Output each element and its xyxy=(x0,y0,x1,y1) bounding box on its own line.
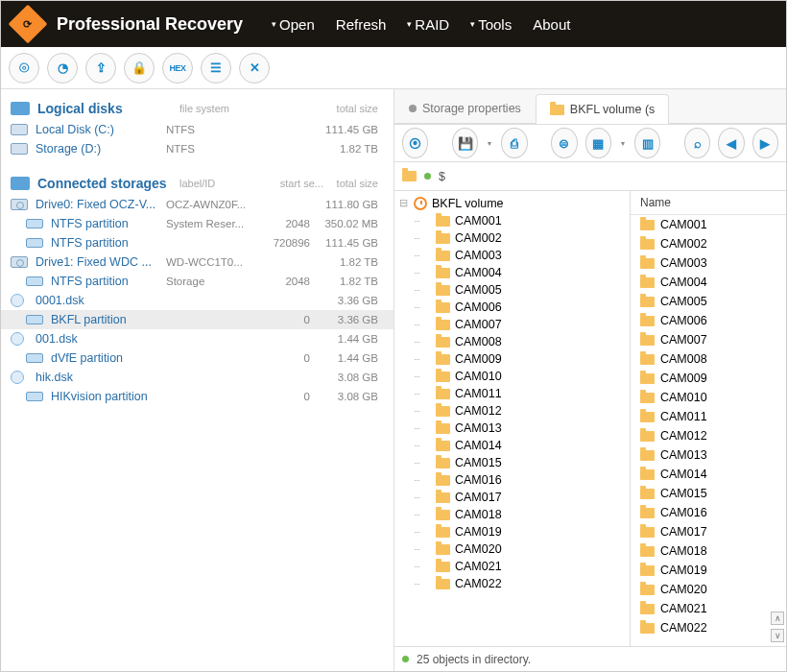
breadcrumb[interactable]: $ xyxy=(394,162,786,191)
scroll-up-icon[interactable]: ∧ xyxy=(771,612,784,625)
storage-row[interactable]: Drive1: Fixed WDC ...WD-WCC1T0...1.82 TB xyxy=(1,252,394,272)
tree-item[interactable]: ····CAM005 xyxy=(394,281,630,299)
filter-icon[interactable]: ⊜ xyxy=(551,128,577,158)
menu-about[interactable]: About xyxy=(533,16,570,33)
storage-row[interactable]: Drive0: Fixed OCZ-V...OCZ-AWNZ0F...111.8… xyxy=(1,195,394,214)
list-item[interactable]: CAM015 xyxy=(631,484,786,503)
tree-item[interactable]: ····CAM001 xyxy=(394,212,630,229)
list-item[interactable]: CAM009 xyxy=(631,369,786,388)
list-item[interactable]: CAM007 xyxy=(631,330,786,349)
storage-row[interactable]: HIKvision partition03.08 GB xyxy=(1,387,394,406)
storage-row[interactable]: Storage (D:)NTFS1.82 TB xyxy=(1,139,394,158)
tree-item[interactable]: ····CAM022 xyxy=(394,575,630,592)
tree-item[interactable]: ····CAM008 xyxy=(394,333,630,350)
tree-item[interactable]: ····CAM009 xyxy=(394,350,630,368)
tree-item[interactable]: ····CAM015 xyxy=(394,454,630,471)
part-icon xyxy=(26,276,43,286)
search-icon[interactable]: ⦿ xyxy=(402,128,428,158)
columns-icon[interactable]: ▥ xyxy=(634,128,660,158)
list-item[interactable]: CAM017 xyxy=(631,522,786,541)
tree-item[interactable]: ····CAM002 xyxy=(394,229,630,247)
export-icon[interactable]: ⇪ xyxy=(85,53,116,84)
tree-item[interactable]: ····CAM004 xyxy=(394,264,630,281)
lock-icon[interactable]: 🔒 xyxy=(124,53,155,84)
storage-row[interactable]: BKFL partition03.36 GB xyxy=(1,310,394,329)
storage-tree-pane: Logical disksfile systemtotal sizeLocal … xyxy=(1,89,394,671)
tree-item[interactable]: ····CAM003 xyxy=(394,247,630,264)
forward-icon[interactable]: ▶ xyxy=(752,128,778,158)
save-all-icon[interactable]: ⎙ xyxy=(501,128,527,158)
folder-icon xyxy=(436,492,450,503)
tree-item[interactable]: ····CAM010 xyxy=(394,368,630,385)
tree-item[interactable]: ····CAM020 xyxy=(394,540,630,558)
save-icon[interactable]: 💾 xyxy=(452,128,478,158)
storage-row[interactable]: hik.dsk3.08 GB xyxy=(1,368,394,387)
list-item[interactable]: CAM006 xyxy=(631,311,786,330)
tree-item[interactable]: ····CAM018 xyxy=(394,506,630,523)
list-item[interactable]: CAM011 xyxy=(631,407,786,426)
list-item[interactable]: CAM002 xyxy=(631,234,786,253)
storage-row[interactable]: 001.dsk1.44 GB xyxy=(1,329,394,348)
storage-row[interactable]: dVfE partition01.44 GB xyxy=(1,348,394,368)
list-item[interactable]: CAM016 xyxy=(631,503,786,522)
list-item[interactable]: CAM021 xyxy=(631,599,786,618)
list-item[interactable]: CAM001 xyxy=(631,215,786,234)
menu-raid[interactable]: ▾RAID xyxy=(407,16,449,33)
tree-item[interactable]: ····CAM012 xyxy=(394,402,630,420)
status-bar: 25 objects in directory. xyxy=(394,646,786,671)
storage-row[interactable]: NTFS partitionSystem Reser...2048350.02 … xyxy=(1,214,394,233)
back-icon[interactable]: ◀ xyxy=(718,128,744,158)
list-item[interactable]: CAM008 xyxy=(631,349,786,369)
tree-item[interactable]: ····CAM014 xyxy=(394,437,630,454)
scroll-down-icon[interactable]: ∨ xyxy=(771,629,784,642)
chart-icon[interactable]: ◔ xyxy=(47,53,78,84)
list-item[interactable]: CAM005 xyxy=(631,292,786,311)
file-icon xyxy=(11,332,24,346)
chevron-down-icon[interactable]: ▾ xyxy=(486,139,493,148)
tab[interactable]: BKFL volume (s xyxy=(536,94,669,124)
scan-icon[interactable]: ⦾ xyxy=(9,53,39,84)
part-icon xyxy=(26,353,43,363)
tree-item[interactable]: ····CAM016 xyxy=(394,471,630,489)
breadcrumb-root: $ xyxy=(439,170,445,183)
folder-icon xyxy=(436,423,450,434)
storage-row[interactable]: NTFS partition720896111.45 GB xyxy=(1,233,394,252)
column-header[interactable]: Name xyxy=(631,191,786,215)
list-item[interactable]: CAM014 xyxy=(631,465,786,484)
tree-item[interactable]: ····CAM017 xyxy=(394,489,630,506)
tree-item[interactable]: ····CAM013 xyxy=(394,420,630,437)
tree-item[interactable]: ····CAM019 xyxy=(394,523,630,540)
list-item[interactable]: CAM019 xyxy=(631,561,786,580)
list-item[interactable]: CAM010 xyxy=(631,388,786,407)
list-item[interactable]: CAM012 xyxy=(631,426,786,445)
list-icon[interactable]: ☰ xyxy=(201,53,231,84)
storage-row[interactable]: 0001.dsk3.36 GB xyxy=(1,291,394,310)
list-item[interactable]: CAM022 xyxy=(631,618,786,637)
list-item[interactable]: CAM018 xyxy=(631,541,786,561)
folder-icon xyxy=(640,297,655,307)
menu-open[interactable]: ▾Open xyxy=(272,16,315,33)
tree-item[interactable]: ····CAM006 xyxy=(394,299,630,316)
tree-item[interactable]: ····CAM011 xyxy=(394,385,630,402)
list-item[interactable]: CAM020 xyxy=(631,580,786,599)
folder-icon xyxy=(640,258,655,269)
chevron-down-icon[interactable]: ▾ xyxy=(619,139,627,148)
list-item[interactable]: CAM013 xyxy=(631,445,786,465)
collapse-icon[interactable]: ⊟ xyxy=(398,199,409,209)
folder-icon xyxy=(640,585,655,595)
tree-item[interactable]: ····CAM007 xyxy=(394,316,630,333)
hex-icon[interactable]: HEX xyxy=(162,53,193,84)
menu-refresh[interactable]: Refresh xyxy=(336,16,387,33)
list-item[interactable]: CAM004 xyxy=(631,273,786,292)
storage-row[interactable]: NTFS partitionStorage20481.82 TB xyxy=(1,272,394,291)
tab[interactable]: Storage properties xyxy=(394,93,536,123)
storage-row[interactable]: Local Disk (C:)NTFS111.45 GB xyxy=(1,120,394,139)
list-item[interactable]: CAM003 xyxy=(631,253,786,273)
view-icon[interactable]: ▦ xyxy=(585,128,611,158)
tree-root[interactable]: ⊟BKFL volume xyxy=(394,195,630,212)
folder-icon xyxy=(640,604,655,614)
find-icon[interactable]: ⌕ xyxy=(684,128,710,158)
tree-item[interactable]: ····CAM021 xyxy=(394,558,630,575)
menu-tools[interactable]: ▾Tools xyxy=(470,16,512,33)
close-icon[interactable]: ✕ xyxy=(239,53,270,84)
